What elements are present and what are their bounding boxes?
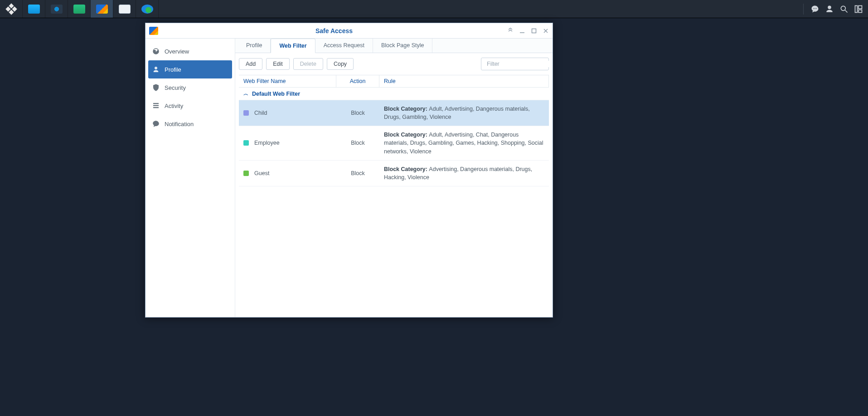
document-icon <box>119 5 131 14</box>
grid-header: Web Filter Name Action Rule <box>239 75 549 88</box>
svg-point-3 <box>841 6 845 10</box>
notifications-button[interactable] <box>810 4 820 14</box>
person-icon <box>152 65 160 73</box>
tab-bar: Profile Web Filter Access Request Block … <box>235 39 553 53</box>
task-app-safe-access[interactable] <box>91 0 113 18</box>
safe-access-icon <box>96 5 108 14</box>
grid-header-rule[interactable]: Rule <box>379 75 549 87</box>
apps-grid-icon <box>5 3 17 15</box>
edit-button[interactable]: Edit <box>266 58 290 70</box>
color-swatch <box>243 140 249 146</box>
sidebar-item-overview[interactable]: Overview <box>145 42 235 60</box>
taskbar-divider <box>803 4 804 15</box>
sidebar-nav: Overview Profile Security Activity Notif… <box>145 39 235 317</box>
row-name: Guest <box>254 170 269 176</box>
table-row[interactable]: Employee Block Block Category: Adult, Ad… <box>239 126 549 160</box>
sidebar-item-label: Overview <box>165 48 189 55</box>
monitor-icon <box>28 5 40 14</box>
tab-profile[interactable]: Profile <box>238 39 271 53</box>
svg-point-2 <box>816 8 817 9</box>
grid-header-name[interactable]: Web Filter Name <box>239 75 336 87</box>
row-action: Block <box>336 100 379 126</box>
sidebar-item-label: Security <box>165 84 186 91</box>
tab-access-request[interactable]: Access Request <box>315 39 373 53</box>
shield-icon <box>152 83 160 92</box>
window-title: Safe Access <box>161 27 507 34</box>
color-swatch <box>243 110 249 116</box>
globe-check-icon <box>141 5 153 14</box>
svg-rect-5 <box>855 5 858 12</box>
sidebar-item-activity[interactable]: Activity <box>145 97 235 115</box>
copy-button[interactable]: Copy <box>327 58 354 70</box>
group-label: Default Web Filter <box>252 91 300 97</box>
chat-icon <box>152 120 160 128</box>
task-app-1[interactable] <box>23 0 45 18</box>
safe-access-window: Safe Access Overview Profile <box>145 23 553 318</box>
wifi-icon <box>73 5 85 14</box>
sidebar-item-label: Profile <box>165 66 181 73</box>
task-app-5[interactable] <box>113 0 136 18</box>
chevron-up-icon: ︿ <box>243 90 248 97</box>
toolbar: Add Edit Delete Copy <box>235 53 553 75</box>
list-icon <box>152 102 160 110</box>
sidebar-item-label: Activity <box>165 103 183 109</box>
add-button[interactable]: Add <box>239 58 262 70</box>
window-menu-button[interactable] <box>507 28 514 34</box>
sidebar-item-security[interactable]: Security <box>145 78 235 97</box>
magnifier-icon <box>839 5 849 14</box>
svg-rect-7 <box>858 10 862 12</box>
delete-button: Delete <box>293 58 323 70</box>
row-name: Child <box>254 110 267 116</box>
filter-input[interactable] <box>487 61 553 67</box>
window-minimize-button[interactable] <box>519 28 525 34</box>
window-titlebar[interactable]: Safe Access <box>145 23 553 39</box>
taskbar-left <box>0 0 159 18</box>
chat-bubble-icon <box>810 5 820 14</box>
system-taskbar <box>0 0 868 18</box>
row-action: Block <box>336 126 379 160</box>
main-menu-button[interactable] <box>0 0 23 18</box>
taskbar-right <box>801 0 868 18</box>
sidebar-item-label: Notification <box>165 121 194 127</box>
row-rule: Block Category: Adult, Advertising, Dang… <box>379 100 549 126</box>
svg-point-1 <box>815 8 815 9</box>
window-app-icon <box>149 27 158 35</box>
search-button[interactable] <box>839 4 849 14</box>
content-area: Profile Web Filter Access Request Block … <box>235 39 553 317</box>
panels-icon <box>854 5 863 14</box>
grid-group-default[interactable]: ︿ Default Web Filter <box>239 88 549 100</box>
filter-field[interactable] <box>481 58 549 70</box>
grid-header-action[interactable]: Action <box>336 75 379 87</box>
svg-rect-9 <box>532 29 536 33</box>
row-rule: Block Category: Adult, Advertising, Chat… <box>379 126 549 160</box>
svg-line-4 <box>845 10 848 12</box>
tab-web-filter[interactable]: Web Filter <box>271 39 315 53</box>
window-controls <box>507 28 549 34</box>
task-app-6[interactable] <box>136 0 159 18</box>
tab-block-page-style[interactable]: Block Page Style <box>373 39 433 53</box>
widgets-button[interactable] <box>853 4 863 14</box>
color-swatch <box>243 171 249 176</box>
sidebar-item-notification[interactable]: Notification <box>145 115 235 133</box>
table-row[interactable]: Child Block Block Category: Adult, Adver… <box>239 100 549 126</box>
desktop: Safe Access Overview Profile <box>0 18 868 416</box>
gauge-icon <box>152 47 160 55</box>
network-icon <box>51 5 63 14</box>
sidebar-item-profile[interactable]: Profile <box>148 60 232 78</box>
svg-rect-6 <box>858 5 862 9</box>
task-app-3[interactable] <box>68 0 91 18</box>
table-row[interactable]: Guest Block Block Category: Advertising,… <box>239 161 549 186</box>
window-close-button[interactable] <box>543 28 549 34</box>
row-action: Block <box>336 161 379 186</box>
window-maximize-button[interactable] <box>531 28 537 34</box>
account-button[interactable] <box>824 4 834 14</box>
svg-point-0 <box>813 8 814 9</box>
row-name: Employee <box>254 140 280 146</box>
task-app-2[interactable] <box>45 0 68 18</box>
person-icon <box>825 5 834 14</box>
row-rule: Block Category: Advertising, Dangerous m… <box>379 161 549 186</box>
web-filter-grid: Web Filter Name Action Rule ︿ Default We… <box>235 75 553 186</box>
